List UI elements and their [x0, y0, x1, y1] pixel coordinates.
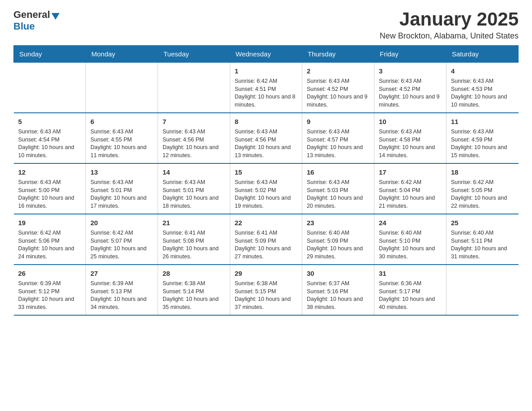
day-info: Sunrise: 6:42 AMSunset: 4:51 PMDaylight:… [235, 77, 297, 109]
calendar-cell: 1Sunrise: 6:42 AMSunset: 4:51 PMDaylight… [230, 63, 302, 113]
calendar-week-row: 19Sunrise: 6:42 AMSunset: 5:06 PMDayligh… [14, 214, 519, 265]
calendar-header-row: SundayMondayTuesdayWednesdayThursdayFrid… [14, 46, 519, 63]
day-number: 6 [90, 117, 153, 126]
day-number: 25 [451, 218, 514, 227]
calendar-week-row: 26Sunrise: 6:39 AMSunset: 5:12 PMDayligh… [14, 265, 519, 315]
day-number: 13 [90, 167, 153, 177]
day-number: 24 [379, 218, 442, 227]
day-number: 17 [379, 167, 442, 177]
calendar-cell: 31Sunrise: 6:36 AMSunset: 5:17 PMDayligh… [374, 265, 446, 315]
day-number: 12 [18, 167, 82, 177]
calendar-cell: 23Sunrise: 6:40 AMSunset: 5:09 PMDayligh… [302, 214, 374, 265]
day-info: Sunrise: 6:37 AMSunset: 5:16 PMDaylight:… [307, 280, 369, 311]
day-number: 7 [163, 117, 225, 126]
day-info: Sunrise: 6:38 AMSunset: 5:15 PMDaylight:… [235, 280, 297, 311]
calendar-cell: 7Sunrise: 6:43 AMSunset: 4:56 PMDaylight… [158, 113, 230, 163]
day-number: 3 [379, 66, 442, 76]
calendar-week-row: 1Sunrise: 6:42 AMSunset: 4:51 PMDaylight… [14, 63, 519, 113]
day-info: Sunrise: 6:42 AMSunset: 5:06 PMDaylight:… [18, 229, 82, 261]
logo-blue-text: Blue [13, 21, 35, 32]
day-number: 4 [451, 66, 514, 76]
calendar-cell: 21Sunrise: 6:41 AMSunset: 5:08 PMDayligh… [158, 214, 230, 265]
day-number: 28 [163, 269, 225, 278]
day-info: Sunrise: 6:41 AMSunset: 5:09 PMDaylight:… [235, 229, 297, 261]
calendar-cell: 2Sunrise: 6:43 AMSunset: 4:52 PMDaylight… [302, 63, 374, 113]
calendar-day-header: Monday [86, 46, 158, 63]
day-number: 16 [307, 167, 369, 177]
calendar-cell: 10Sunrise: 6:43 AMSunset: 4:58 PMDayligh… [374, 113, 446, 163]
calendar-cell: 20Sunrise: 6:42 AMSunset: 5:07 PMDayligh… [86, 214, 158, 265]
day-number: 1 [235, 66, 297, 76]
calendar-cell: 26Sunrise: 6:39 AMSunset: 5:12 PMDayligh… [14, 265, 86, 315]
calendar-table: SundayMondayTuesdayWednesdayThursdayFrid… [13, 45, 519, 316]
day-info: Sunrise: 6:43 AMSunset: 4:56 PMDaylight:… [163, 128, 225, 159]
day-info: Sunrise: 6:42 AMSunset: 5:04 PMDaylight:… [379, 179, 442, 210]
calendar-cell: 19Sunrise: 6:42 AMSunset: 5:06 PMDayligh… [14, 214, 86, 265]
day-info: Sunrise: 6:43 AMSunset: 4:58 PMDaylight:… [379, 128, 442, 159]
calendar-cell: 6Sunrise: 6:43 AMSunset: 4:55 PMDaylight… [86, 113, 158, 163]
day-info: Sunrise: 6:41 AMSunset: 5:08 PMDaylight:… [163, 229, 225, 261]
day-info: Sunrise: 6:38 AMSunset: 5:14 PMDaylight:… [163, 280, 225, 311]
page-header: General Blue January 2025 New Brockton, … [13, 9, 519, 41]
day-info: Sunrise: 6:40 AMSunset: 5:11 PMDaylight:… [451, 229, 514, 261]
calendar-day-header: Wednesday [230, 46, 302, 63]
day-number: 19 [18, 218, 82, 227]
calendar-cell: 30Sunrise: 6:37 AMSunset: 5:16 PMDayligh… [302, 265, 374, 315]
day-info: Sunrise: 6:43 AMSunset: 4:53 PMDaylight:… [451, 77, 514, 109]
day-number: 8 [235, 117, 297, 126]
calendar-cell: 8Sunrise: 6:43 AMSunset: 4:56 PMDaylight… [230, 113, 302, 163]
calendar-cell [14, 63, 86, 113]
day-number: 20 [90, 218, 153, 227]
day-number: 23 [307, 218, 369, 227]
day-info: Sunrise: 6:43 AMSunset: 4:57 PMDaylight:… [307, 128, 369, 159]
calendar-cell: 17Sunrise: 6:42 AMSunset: 5:04 PMDayligh… [374, 163, 446, 214]
calendar-cell: 3Sunrise: 6:43 AMSunset: 4:52 PMDaylight… [374, 63, 446, 113]
day-number: 11 [451, 117, 514, 126]
logo-general-text: General [13, 9, 50, 21]
day-number: 31 [379, 269, 442, 278]
calendar-cell [446, 265, 519, 315]
calendar-day-header: Sunday [14, 46, 86, 63]
logo: General Blue [13, 9, 60, 32]
calendar-cell: 24Sunrise: 6:40 AMSunset: 5:10 PMDayligh… [374, 214, 446, 265]
day-number: 27 [90, 269, 153, 278]
calendar-cell [86, 63, 158, 113]
calendar-body: 1Sunrise: 6:42 AMSunset: 4:51 PMDaylight… [14, 63, 519, 316]
calendar-cell: 14Sunrise: 6:43 AMSunset: 5:01 PMDayligh… [158, 163, 230, 214]
day-info: Sunrise: 6:42 AMSunset: 5:05 PMDaylight:… [451, 179, 514, 210]
calendar-cell: 13Sunrise: 6:43 AMSunset: 5:01 PMDayligh… [86, 163, 158, 214]
day-info: Sunrise: 6:43 AMSunset: 4:55 PMDaylight:… [90, 128, 153, 159]
logo-triangle-icon [51, 13, 60, 20]
calendar-cell: 16Sunrise: 6:43 AMSunset: 5:03 PMDayligh… [302, 163, 374, 214]
calendar-cell: 4Sunrise: 6:43 AMSunset: 4:53 PMDaylight… [446, 63, 519, 113]
day-info: Sunrise: 6:43 AMSunset: 5:02 PMDaylight:… [235, 179, 297, 210]
page-subtitle: New Brockton, Alabama, United States [380, 31, 519, 41]
title-block: January 2025 New Brockton, Alabama, Unit… [380, 9, 519, 41]
day-info: Sunrise: 6:43 AMSunset: 4:59 PMDaylight:… [451, 128, 514, 159]
day-number: 18 [451, 167, 514, 177]
day-number: 15 [235, 167, 297, 177]
calendar-cell: 12Sunrise: 6:43 AMSunset: 5:00 PMDayligh… [14, 163, 86, 214]
day-info: Sunrise: 6:39 AMSunset: 5:13 PMDaylight:… [90, 280, 153, 311]
calendar-cell: 28Sunrise: 6:38 AMSunset: 5:14 PMDayligh… [158, 265, 230, 315]
day-info: Sunrise: 6:43 AMSunset: 5:00 PMDaylight:… [18, 179, 82, 210]
day-number: 22 [235, 218, 297, 227]
day-info: Sunrise: 6:39 AMSunset: 5:12 PMDaylight:… [18, 280, 82, 311]
page-title: January 2025 [380, 9, 519, 30]
day-info: Sunrise: 6:36 AMSunset: 5:17 PMDaylight:… [379, 280, 442, 311]
calendar-cell: 5Sunrise: 6:43 AMSunset: 4:54 PMDaylight… [14, 113, 86, 163]
day-number: 5 [18, 117, 82, 126]
calendar-cell: 29Sunrise: 6:38 AMSunset: 5:15 PMDayligh… [230, 265, 302, 315]
calendar-week-row: 5Sunrise: 6:43 AMSunset: 4:54 PMDaylight… [14, 113, 519, 163]
day-info: Sunrise: 6:43 AMSunset: 5:03 PMDaylight:… [307, 179, 369, 210]
calendar-cell: 15Sunrise: 6:43 AMSunset: 5:02 PMDayligh… [230, 163, 302, 214]
calendar-day-header: Friday [374, 46, 446, 63]
day-number: 2 [307, 66, 369, 76]
calendar-cell: 22Sunrise: 6:41 AMSunset: 5:09 PMDayligh… [230, 214, 302, 265]
day-number: 10 [379, 117, 442, 126]
calendar-cell [158, 63, 230, 113]
day-info: Sunrise: 6:40 AMSunset: 5:10 PMDaylight:… [379, 229, 442, 261]
calendar-cell: 11Sunrise: 6:43 AMSunset: 4:59 PMDayligh… [446, 113, 519, 163]
day-info: Sunrise: 6:40 AMSunset: 5:09 PMDaylight:… [307, 229, 369, 261]
day-info: Sunrise: 6:43 AMSunset: 4:52 PMDaylight:… [379, 77, 442, 109]
